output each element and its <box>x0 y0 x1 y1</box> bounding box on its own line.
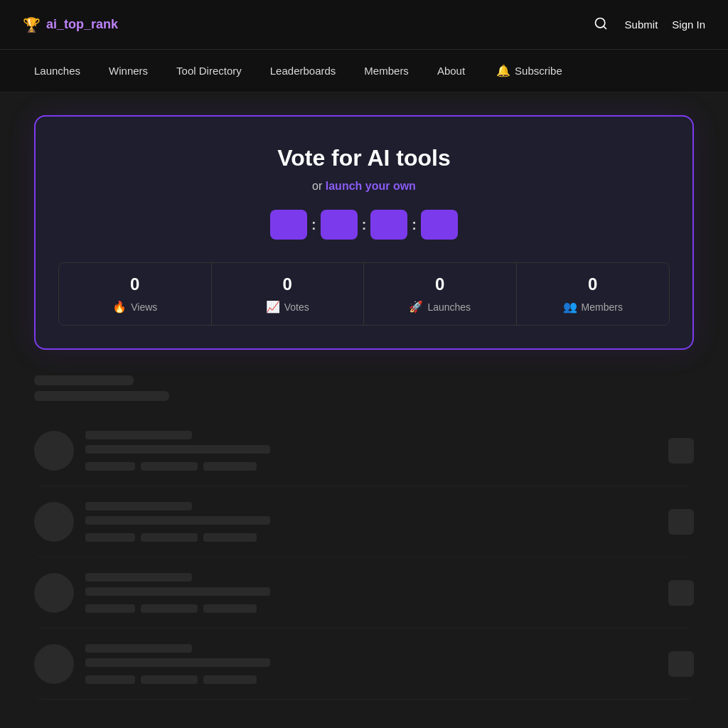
logo[interactable]: 🏆 ai_top_rank <box>23 16 118 33</box>
rocket-icon: 🚀 <box>409 300 423 314</box>
submit-button[interactable]: Submit <box>625 18 658 31</box>
skeleton-tags <box>85 604 657 613</box>
main-nav: Launches Winners Tool Directory Leaderbo… <box>0 50 728 92</box>
stat-members-label: 👥 Members <box>528 300 658 314</box>
trend-icon: 📈 <box>266 300 280 314</box>
timer-ms <box>421 210 458 240</box>
stat-votes-label: 📈 Votes <box>223 300 353 314</box>
logo-icon: 🏆 <box>23 16 41 33</box>
skeleton-action <box>668 509 694 535</box>
nav-item-subscribe[interactable]: 🔔 Subscribe <box>485 58 574 83</box>
stat-launches-number: 0 <box>375 274 505 294</box>
skeleton-avatar <box>34 502 74 542</box>
timer-minutes <box>321 210 358 240</box>
hero-subtitle-prefix: or <box>312 180 326 192</box>
stat-launches-label: 🚀 Launches <box>375 300 505 314</box>
skeleton-tag <box>203 604 257 613</box>
list-item <box>34 628 694 700</box>
skeleton-avatar <box>34 573 74 613</box>
list-item <box>34 486 694 557</box>
skeleton-line <box>85 658 270 667</box>
skeleton-tag <box>141 675 198 684</box>
skeleton-tag <box>141 533 198 542</box>
skeleton-tag <box>85 462 135 471</box>
skeleton-line <box>85 573 192 582</box>
timer-seconds <box>370 210 407 240</box>
svg-line-1 <box>603 26 606 29</box>
skeleton-tags <box>85 462 657 471</box>
skeleton-tags <box>85 675 657 684</box>
skeleton-headings <box>34 375 694 401</box>
skeleton-tag <box>141 462 198 471</box>
skeleton-tag <box>85 533 135 542</box>
nav-item-launches[interactable]: Launches <box>23 59 92 82</box>
launch-link[interactable]: launch your own <box>326 180 416 192</box>
hero-title: Vote for AI tools <box>58 145 670 171</box>
nav-item-winners[interactable]: Winners <box>97 59 159 82</box>
skeleton-heading-1 <box>34 375 134 385</box>
skeleton-line <box>85 587 270 596</box>
skeleton-tag <box>85 675 135 684</box>
skeleton-content <box>85 502 657 542</box>
nav-item-about[interactable]: About <box>426 59 476 82</box>
nav-item-leaderboards[interactable]: Leaderboards <box>259 59 348 82</box>
fire-icon: 🔥 <box>112 300 127 314</box>
stat-members-number: 0 <box>528 274 658 294</box>
skeleton-avatar <box>34 644 74 684</box>
skeleton-content <box>85 431 657 471</box>
skeleton-action <box>668 438 694 464</box>
list-item <box>34 557 694 628</box>
skeleton-tag <box>203 462 257 471</box>
stat-launches: 0 🚀 Launches <box>364 263 517 325</box>
bell-icon: 🔔 <box>496 64 510 77</box>
stat-votes: 0 📈 Votes <box>212 263 365 325</box>
skeleton-line <box>85 516 270 525</box>
countdown-timer: : : : <box>58 210 670 240</box>
hero-card: Vote for AI tools or launch your own : :… <box>34 115 694 350</box>
skeleton-content <box>85 573 657 613</box>
timer-sep-2: : <box>362 217 367 233</box>
stat-views-label: 🔥 Views <box>70 300 200 314</box>
hero-section: Vote for AI tools or launch your own : :… <box>0 92 728 364</box>
list-item <box>34 415 694 486</box>
stat-votes-number: 0 <box>223 274 353 294</box>
skeleton-content <box>85 644 657 684</box>
header: 🏆 ai_top_rank Submit Sign In <box>0 0 728 50</box>
logo-text: ai_top_rank <box>46 17 118 32</box>
stat-views-number: 0 <box>70 274 200 294</box>
nav-item-tool-directory[interactable]: Tool Directory <box>165 59 253 82</box>
skeleton-tags <box>85 533 657 542</box>
signin-button[interactable]: Sign In <box>672 18 705 31</box>
skeleton-action <box>668 580 694 606</box>
timer-sep-1: : <box>311 217 316 233</box>
skeleton-tag <box>85 604 135 613</box>
skeleton-avatar <box>34 431 74 471</box>
members-icon: 👥 <box>563 300 577 314</box>
skeleton-tag <box>141 604 198 613</box>
search-button[interactable] <box>591 14 611 36</box>
skeleton-line <box>85 644 192 653</box>
header-right: Submit Sign In <box>591 14 705 36</box>
stat-views: 0 🔥 Views <box>59 263 212 325</box>
skeleton-line <box>85 431 192 439</box>
content-area <box>0 364 728 711</box>
nav-item-members[interactable]: Members <box>353 59 420 82</box>
skeleton-line <box>85 445 270 454</box>
timer-sep-3: : <box>412 217 417 233</box>
stats-row: 0 🔥 Views 0 📈 Votes 0 🚀 Launches <box>58 262 670 326</box>
hero-subtitle: or launch your own <box>58 180 670 193</box>
skeleton-line <box>85 502 192 510</box>
skeleton-action <box>668 651 694 677</box>
stat-members: 0 👥 Members <box>517 263 670 325</box>
skeleton-tag <box>203 533 257 542</box>
timer-hours <box>270 210 307 240</box>
skeleton-tag <box>203 675 257 684</box>
skeleton-heading-2 <box>34 391 169 401</box>
